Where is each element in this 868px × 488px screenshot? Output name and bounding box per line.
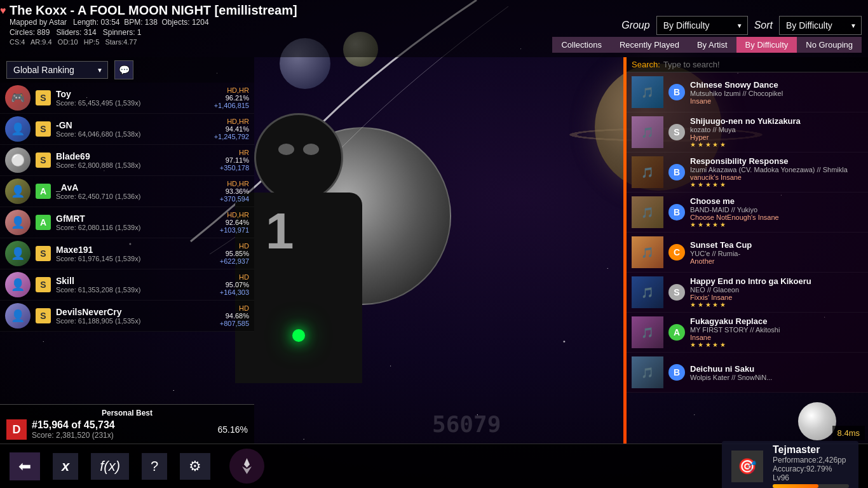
player-score: Score: 61,353,208 (1,539x) <box>56 286 215 294</box>
rank-badge: A <box>36 184 51 199</box>
chat-button[interactable]: 💬 <box>114 60 133 79</box>
player-score: Score: 64,046,680 (1,538x) <box>56 130 209 138</box>
score-details: HD,HR 96.21% +1,406,815 <box>214 86 249 109</box>
song-info: Chinese Snowy Dance Mutsuhiko Izumi // C… <box>690 80 863 105</box>
tab-no-grouping[interactable]: No Grouping <box>797 37 862 53</box>
level-fill <box>773 484 818 488</box>
song-thumbnail: 🎵 <box>632 236 663 268</box>
player-performance: Performance:2,426pp <box>773 456 849 464</box>
song-info: Happy End no Intro ga Kikoeru NEO // Gla… <box>690 276 863 308</box>
list-item[interactable]: 🎵 B Choose me BAND-MAID // Yukiyo Choose… <box>627 193 868 233</box>
song-list-panel: Search: 🎵 B Chinese Snowy Dance Mutsuhik… <box>627 57 868 444</box>
sort-label: Sort <box>754 20 773 31</box>
difficulty-badge: S <box>668 284 685 301</box>
settings-button[interactable]: ⚙ <box>180 453 210 480</box>
fx-button[interactable]: f(x) <box>91 453 129 480</box>
table-row[interactable]: 👤 S DevilsNeverCry Score: 61,188,905 (1,… <box>0 301 254 332</box>
list-item[interactable]: 🎵 C Sunset Tea Cup YUC'e // Rumia- Anoth… <box>627 233 868 273</box>
player-info: DevilsNeverCry Score: 61,188,905 (1,535x… <box>56 307 215 325</box>
player-name: _AvA <box>56 182 215 193</box>
player-score: Score: 62,450,710 (1,536x) <box>56 193 215 200</box>
character-number: 1 <box>266 202 294 261</box>
song-thumbnail: 🎵 <box>632 316 663 348</box>
ranking-dropdown-wrapper: Global Ranking Country Ranking Friend Ra… <box>6 61 108 79</box>
table-row[interactable]: 👤 S -GN Score: 64,046,680 (1,538x) HD,HR… <box>0 114 254 145</box>
song-title: Choose me <box>690 196 863 206</box>
mods: HD,HR <box>220 180 249 187</box>
personal-best-section: Personal Best D #15,964 of 45,734 Score:… <box>0 404 254 444</box>
mods: HD,HR <box>214 86 249 94</box>
mods: HD <box>220 304 249 312</box>
song-title: Deichuu ni Saku <box>690 364 863 374</box>
pp-gain: +103,971 <box>220 226 249 234</box>
song-thumbnail: 🎵 <box>632 356 663 388</box>
ranking-type-dropdown[interactable]: Global Ranking Country Ranking Friend Ra… <box>6 61 108 79</box>
table-row[interactable]: 👤 A _AvA Score: 62,450,710 (1,536x) HD,H… <box>0 176 254 207</box>
topbar: ♥ The Koxx - A FOOL MOON NIGHT [emillist… <box>0 0 868 57</box>
list-item[interactable]: 🎵 B Deichuu ni Saku Wolpis Kater // Snow… <box>627 353 868 393</box>
table-row[interactable]: 👤 A GfMRT Score: 62,080,116 (1,539x) HD,… <box>0 207 254 238</box>
score-details: HD 95.85% +622,937 <box>220 242 249 265</box>
song-artist: NEO // Glaceon <box>690 286 863 294</box>
song-difficulty: Another <box>690 257 863 265</box>
osu-logo[interactable] <box>229 449 264 484</box>
song-difficulty: Insane <box>690 97 863 105</box>
song-artist: Izumi Akazawa (CV. Madoka Yonezawa) // S… <box>690 166 863 173</box>
pp-gain: +1,406,815 <box>214 102 249 109</box>
table-row[interactable]: 🎮 S Toy Score: 65,453,495 (1,539x) HD,HR… <box>0 83 254 114</box>
score-details: HD,HR 92.64% +103,971 <box>220 211 249 234</box>
rank-badge: A <box>36 215 51 230</box>
rank-badge: S <box>36 152 51 168</box>
player-info: _AvA Score: 62,450,710 (1,536x) <box>56 182 215 200</box>
song-difficulty: Insane <box>690 334 863 341</box>
song-stars: ★ ★ ★ ★ ★ <box>690 181 863 188</box>
list-item[interactable]: 🎵 S Shijuugo-nen no Yukizakura kozato //… <box>627 112 868 152</box>
rank-badge: S <box>36 308 51 323</box>
song-title: The Koxx - A FOOL MOON NIGHT [emillistre… <box>10 3 297 18</box>
rank-badge: S <box>36 277 51 292</box>
personal-best-label: Personal Best <box>6 409 248 417</box>
filter-tabs: Collections Recently Played By Artist By… <box>552 37 862 53</box>
list-item[interactable]: 🎵 B Chinese Snowy Dance Mutsuhiko Izumi … <box>627 72 868 112</box>
x-button[interactable]: x <box>53 453 78 480</box>
table-row[interactable]: 👤 S Skill Score: 61,353,208 (1,539x) HD … <box>0 269 254 301</box>
table-row[interactable]: 👤 S Maxe191 Score: 61,976,145 (1,539x) H… <box>0 238 254 269</box>
tab-by-artist[interactable]: By Artist <box>688 37 736 53</box>
pp-gain: +622,937 <box>220 257 249 265</box>
search-input[interactable] <box>663 60 863 69</box>
player-info: -GN Score: 64,046,680 (1,538x) <box>56 120 209 138</box>
pp-gain: +807,585 <box>220 320 249 327</box>
tab-collections[interactable]: Collections <box>552 37 611 53</box>
song-difficulty-stats: CS:4 AR:9.4 OD:10 HP:5 Stars:4.77 <box>10 38 137 46</box>
song-title: Responsibility Response <box>690 156 863 166</box>
player-score: Score: 65,453,495 (1,539x) <box>56 99 209 107</box>
song-artist: kozato // Muya <box>690 126 863 133</box>
list-item[interactable]: 🎵 A Fukagyaku Replace MY FIRST STORY // … <box>627 313 868 353</box>
song-title: Chinese Snowy Dance <box>690 80 863 90</box>
group-label: Group <box>621 20 649 31</box>
tab-recently-played[interactable]: Recently Played <box>611 37 688 53</box>
song-info: Fukagyaku Replace MY FIRST STORY // Akit… <box>690 316 863 348</box>
question-icon: ? <box>151 458 158 475</box>
song-difficulty: vanucik's Insane <box>690 173 863 181</box>
leaderboard-list: 🎮 S Toy Score: 65,453,495 (1,539x) HD,HR… <box>0 83 254 332</box>
list-item[interactable]: 🎵 B Responsibility Response Izumi Akazaw… <box>627 152 868 193</box>
tab-by-difficulty[interactable]: By Difficulty <box>736 37 797 53</box>
difficulty-badge: C <box>668 244 685 261</box>
pb-accuracy: 65.16% <box>218 424 248 435</box>
avatar: 👤 <box>5 210 31 235</box>
list-item[interactable]: 🎵 S Happy End no Intro ga Kikoeru NEO //… <box>627 273 868 313</box>
player-avatar: 🎯 <box>731 451 763 482</box>
avatar: 👤 <box>5 116 31 142</box>
song-artist: MY FIRST STORY // Akitoshi <box>690 326 863 334</box>
back-button[interactable]: ⬅ <box>10 452 40 480</box>
sort-dropdown[interactable]: By Difficulty No Grouping By Artist <box>779 16 862 35</box>
avatar: 👤 <box>5 303 31 329</box>
help-button[interactable]: ? <box>142 453 167 480</box>
table-row[interactable]: ⚪ S Blade69 Score: 62,800,888 (1,538x) H… <box>0 145 254 176</box>
group-dropdown[interactable]: By Difficulty No Grouping By Artist Rece… <box>656 16 748 35</box>
accuracy: 94.41% <box>214 125 249 133</box>
song-artist: YUC'e // Rumia- <box>690 250 863 257</box>
personal-best-info: D #15,964 of 45,734 Score: 2,381,520 (23… <box>6 419 248 440</box>
gear-icon: ⚙ <box>189 458 201 475</box>
